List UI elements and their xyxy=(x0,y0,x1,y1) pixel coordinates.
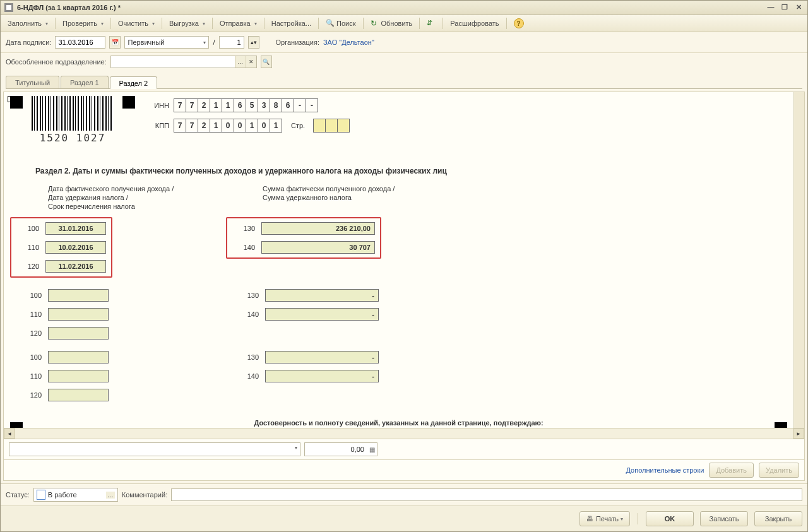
window-title: 6-НДФЛ (за 1 квартал 2016 г.) * xyxy=(17,4,766,11)
confirm-text: Достоверность и полноту сведений, указан… xyxy=(35,419,762,427)
comment-input[interactable] xyxy=(171,488,802,501)
header-bar-2: Обособленное подразделение: … ✕ 🔍 xyxy=(1,53,807,73)
field-110-1[interactable]: 10.02.2016 xyxy=(45,241,106,254)
field-100-3[interactable] xyxy=(48,351,109,364)
decode-button[interactable]: Расшифровать xyxy=(446,17,503,30)
minimize-button[interactable]: — xyxy=(766,3,776,12)
org-link[interactable]: ЗАО "Дельтаон" xyxy=(323,38,374,46)
field-120-1[interactable]: 11.02.2016 xyxy=(45,260,106,273)
barcode: 1520 1027 xyxy=(32,96,114,144)
spin-button[interactable]: ▴▾ xyxy=(248,36,259,49)
tree-button[interactable] xyxy=(422,16,440,30)
status-bar: Статус: В работе Комментарий: xyxy=(1,483,807,505)
right-column-header: Сумма фактически полученного дохода / Су… xyxy=(263,184,477,211)
barcode-bars xyxy=(32,96,114,131)
org-label: Организация: xyxy=(276,38,319,46)
summary-bar: 0,00 xyxy=(4,439,804,459)
field-100-1[interactable]: 31.01.2016 xyxy=(45,222,106,235)
titlebar: 6-НДФЛ (за 1 квартал 2016 г.) * — ❐ ✕ xyxy=(1,1,807,15)
extra-rows-link[interactable]: Дополнительные строки xyxy=(626,466,704,474)
kind-select[interactable]: Первичный xyxy=(124,36,209,49)
barcode-text: 1520 1027 xyxy=(40,132,106,144)
print-button[interactable]: Печать xyxy=(579,511,630,526)
refresh-icon xyxy=(371,19,379,28)
corr-number-input[interactable] xyxy=(219,36,244,49)
fill-button[interactable]: Заполнить xyxy=(3,17,52,30)
clear-input-button[interactable]: ✕ xyxy=(246,56,256,68)
field-110-3[interactable] xyxy=(48,370,109,382)
subdivision-input[interactable]: … ✕ xyxy=(110,56,257,68)
lookup-button[interactable]: 🔍 xyxy=(261,56,272,68)
export-button[interactable]: Выгрузка xyxy=(165,17,210,30)
scroll-left-button[interactable]: ◄ xyxy=(4,429,15,439)
calendar-button[interactable]: 📅 xyxy=(109,36,121,49)
refresh-button[interactable]: Обновить xyxy=(366,16,417,30)
field-100-2[interactable] xyxy=(48,289,109,302)
tab-section-2[interactable]: Раздел 2 xyxy=(110,76,158,89)
dates-highlight-box: 10031.01.2016 11010.02.2016 12011.02.201… xyxy=(10,217,112,278)
tabs-bar: Титульный Раздел 1 Раздел 2 xyxy=(1,73,807,88)
footer-bar: Печать OK Записать Закрыть xyxy=(1,505,807,531)
search-button[interactable]: Поиск xyxy=(321,16,360,30)
marker-top xyxy=(8,96,14,102)
inn-cells[interactable]: 7721165386-- xyxy=(174,98,318,112)
kpp-label: КПП xyxy=(144,122,169,129)
vertical-scrollbar[interactable] xyxy=(793,92,804,428)
field-120-2[interactable] xyxy=(48,327,109,340)
inn-label: ИНН xyxy=(144,102,169,109)
settings-button[interactable]: Настройка... xyxy=(267,17,316,30)
extra-rows-bar: Дополнительные строки Добавить Удалить xyxy=(4,459,804,480)
marker-box-right xyxy=(122,96,135,109)
page-label: Стр. xyxy=(291,122,305,129)
field-120-3[interactable] xyxy=(48,389,109,401)
main-toolbar: Заполнить Проверить Очистить Выгрузка От… xyxy=(1,15,807,32)
page-cells[interactable] xyxy=(314,119,350,133)
printer-icon xyxy=(586,515,596,523)
status-select[interactable]: В работе xyxy=(33,488,118,502)
subdivision-label: Обособленное подразделение: xyxy=(6,58,107,66)
tree-icon xyxy=(427,19,436,28)
field-140-2[interactable]: - xyxy=(265,308,379,321)
content-container: 1520 1027 ИНН 7721165386-- КПП 772100101… xyxy=(3,92,805,481)
close-form-button[interactable]: Закрыть xyxy=(754,511,802,526)
horizontal-scrollbar[interactable]: ◄ ► xyxy=(4,428,804,439)
sign-date-label: Дата подписи: xyxy=(6,38,51,46)
field-110-2[interactable] xyxy=(48,308,109,321)
search-icon xyxy=(326,19,335,28)
sums-highlight-box: 130236 210,00 14030 707 xyxy=(226,217,381,259)
field-140-3[interactable]: - xyxy=(265,370,379,382)
ok-button[interactable]: OK xyxy=(646,511,694,526)
choose-button[interactable]: … xyxy=(235,56,246,68)
scroll-right-button[interactable]: ► xyxy=(793,429,804,439)
tab-title-page[interactable]: Титульный xyxy=(6,76,59,88)
check-button[interactable]: Проверить xyxy=(58,17,108,30)
help-icon: ? xyxy=(514,18,524,28)
send-button[interactable]: Отправка xyxy=(215,17,261,30)
field-140-1[interactable]: 30 707 xyxy=(261,241,375,254)
summary-number[interactable]: 0,00 xyxy=(304,442,377,456)
sign-date-input[interactable] xyxy=(55,36,105,49)
delete-row-button[interactable]: Удалить xyxy=(759,463,799,478)
marker-box-bl xyxy=(10,422,23,428)
app-icon xyxy=(4,3,13,12)
section-title: Раздел 2. Даты и суммы фактически получе… xyxy=(35,167,787,175)
maximize-button[interactable]: ❐ xyxy=(780,3,790,12)
left-column-header: Дата фактического получения дохода / Дат… xyxy=(48,184,263,211)
tab-section-1[interactable]: Раздел 1 xyxy=(61,76,109,88)
field-130-3[interactable]: - xyxy=(265,351,379,364)
header-bar-1: Дата подписи: 📅 Первичный / ▴▾ Организац… xyxy=(1,32,807,53)
document-icon xyxy=(37,490,45,500)
comment-label: Комментарий: xyxy=(122,491,167,499)
status-label: Статус: xyxy=(6,491,30,499)
field-130-2[interactable]: - xyxy=(265,289,379,302)
add-row-button[interactable]: Добавить xyxy=(709,463,754,478)
help-button[interactable]: ? xyxy=(509,16,528,31)
save-button[interactable]: Записать xyxy=(700,511,748,526)
clear-button[interactable]: Очистить xyxy=(114,17,159,30)
close-button[interactable]: ✕ xyxy=(793,3,804,12)
summary-select[interactable] xyxy=(9,442,300,456)
kpp-cells[interactable]: 772100101 xyxy=(174,119,282,133)
field-130-1[interactable]: 236 210,00 xyxy=(261,222,375,235)
marker-box-br xyxy=(775,422,787,428)
form-content: 1520 1027 ИНН 7721165386-- КПП 772100101… xyxy=(4,92,793,428)
